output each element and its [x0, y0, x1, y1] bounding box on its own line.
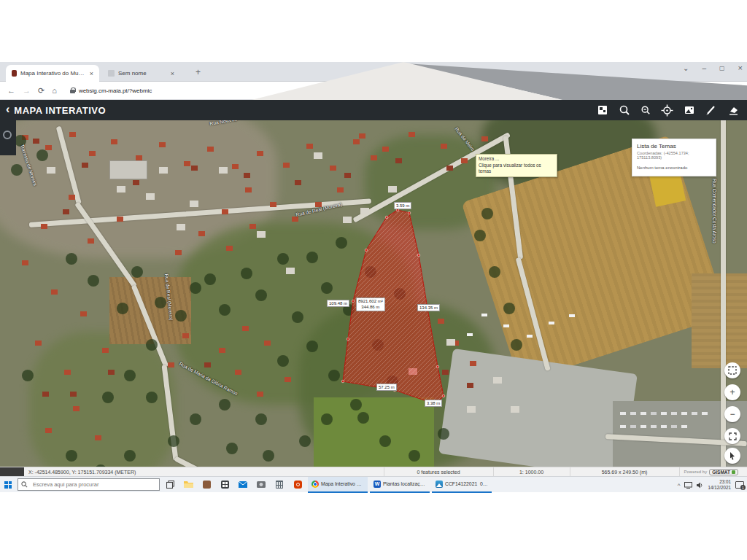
system-tray: ^ 23:01 14/12/2021 1 [678, 477, 744, 493]
tab-close-icon[interactable]: × [90, 70, 93, 77]
minimize-button[interactable]: – [702, 64, 706, 72]
tray-clock[interactable]: 23:01 14/12/2021 [708, 479, 731, 491]
back-chevron-icon[interactable]: ‹ [6, 103, 9, 116]
new-tab-button[interactable]: + [196, 67, 201, 77]
print-image-icon[interactable] [684, 104, 695, 116]
taskbar-task-photo[interactable]: CCF14122021_0000... [432, 477, 492, 493]
fullscreen-button[interactable] [724, 428, 740, 444]
task-label: Mapa Interativo do ... [321, 481, 364, 486]
word-icon: W [374, 481, 381, 488]
store-grid-icon[interactable] [217, 477, 233, 493]
compass-icon [3, 131, 12, 139]
pointer-tool-button[interactable] [724, 448, 740, 464]
zoom-out-tool-icon[interactable] [640, 105, 651, 115]
reload-icon[interactable]: ⟳ [38, 86, 44, 96]
tooltip-title: Moreira ... [479, 156, 554, 163]
home-icon[interactable]: ⌂ [52, 86, 57, 95]
back-icon[interactable]: ← [7, 86, 15, 95]
tab-search-chevron-icon[interactable]: ⌄ [683, 64, 689, 72]
tooltip-hint[interactable]: Clique para visualizar todos os temas [479, 163, 554, 175]
full-extent-button[interactable] [724, 362, 740, 378]
tab-title: Sem nome [118, 70, 147, 77]
map-extent: 565.69 x 249.50 (m) [570, 467, 679, 477]
camera-icon[interactable] [253, 477, 269, 493]
tab-mapa-interativo[interactable]: Mapa Interativo do Município d... × [6, 65, 99, 82]
edge-length-label: 57.25 m [376, 384, 397, 391]
chrome-icon [311, 481, 319, 488]
lock-icon [70, 88, 75, 93]
basemap-icon[interactable] [597, 104, 608, 116]
eraser-icon[interactable] [727, 104, 740, 116]
task-label: Plantas localização ... [383, 481, 426, 486]
mail-icon[interactable] [235, 477, 251, 493]
zoom-in-button[interactable]: + [724, 384, 740, 400]
cursor-coordinates: X: -42514.485900, Y: 175151.709334 (METE… [28, 470, 136, 475]
file-explorer-icon[interactable] [180, 477, 196, 493]
url-text: websig.cm-maia.pt/?webmic [79, 88, 152, 94]
tab-title: Mapa Interativo do Município d... [20, 70, 86, 77]
tab-favicon [12, 70, 17, 77]
themes-panel: Lista de Temas Coordenadas: (-42554.1734… [632, 139, 716, 176]
edge-length-label: 3.59 m [394, 202, 411, 209]
tab-close-icon[interactable]: × [171, 70, 174, 77]
action-center-icon[interactable]: 1 [735, 481, 744, 489]
office-icon[interactable] [290, 477, 306, 493]
powered-by-text: Powered by [684, 470, 708, 474]
taskbar-search[interactable] [18, 478, 160, 491]
map-scale[interactable]: 1: 1000.00 [493, 467, 570, 477]
map-canvas[interactable]: Rua Nova de Travessa de Moreira Rua de R… [0, 120, 747, 467]
themes-panel-title: Lista de Temas [637, 143, 711, 149]
window-controls: ⌄ – ▢ × [683, 63, 743, 72]
measure-pencil-icon[interactable] [705, 104, 717, 116]
area-value: 8921.602 m² [358, 298, 383, 304]
status-bar: X: -42514.485900, Y: 175151.709334 (METE… [0, 467, 747, 476]
volume-icon[interactable] [697, 482, 703, 489]
task-view-button[interactable] [162, 477, 178, 493]
area-perimeter-label: 8921.602 m² 344.86 m [356, 298, 385, 311]
map-tooltip: Moreira ... Clique para visualizar todos… [476, 154, 557, 177]
themes-panel-empty: Nenhum tema encontrado [637, 166, 711, 170]
edge-length-label: 109.48 m [327, 300, 349, 307]
close-window-button[interactable]: × [738, 63, 743, 72]
calculator-icon[interactable] [271, 477, 287, 493]
tab-favicon [108, 70, 115, 77]
forward-icon[interactable]: → [23, 86, 31, 95]
photo-icon [436, 481, 443, 488]
themes-panel-coordinates: Coordenadas: (-42554.1734; 175113.8093) [637, 151, 711, 160]
notification-badge: 1 [740, 485, 746, 490]
app-icon-brown[interactable] [198, 477, 214, 493]
zoom-in-tool-icon[interactable] [619, 104, 630, 116]
powered-by: Powered by GISMAT [679, 467, 743, 477]
task-label: CCF14122021_0000... [445, 481, 488, 486]
compass-widget[interactable] [0, 120, 16, 155]
tray-date: 14/12/2021 [708, 485, 731, 491]
edge-length-label: 134.35 m [417, 304, 440, 311]
search-icon [21, 481, 28, 488]
taskbar-task-chrome[interactable]: Mapa Interativo do ... [308, 477, 368, 493]
locate-crosshair-icon[interactable] [661, 104, 673, 117]
edge-length-label: 3.38 m [425, 400, 442, 407]
taskbar-task-word[interactable]: W Plantas localização ... [370, 477, 430, 493]
app-title: MAPA INTERATIVO [14, 105, 106, 116]
statusbar-corner [0, 467, 24, 477]
zoom-out-button[interactable]: − [724, 406, 740, 422]
features-selected: 0 features selected [384, 467, 493, 477]
screenshot-canvas: Mapa Interativo do Município d... × Sem … [0, 0, 747, 560]
tray-time: 23:01 [708, 479, 731, 485]
perimeter-value: 344.86 m [358, 304, 383, 310]
gismat-brand: GISMAT [712, 470, 730, 475]
tab-sem-nome[interactable]: Sem nome × [102, 65, 190, 82]
app-header: ‹ MAPA INTERATIVO [0, 100, 747, 120]
maximize-button[interactable]: ▢ [719, 65, 725, 71]
tray-chevron-icon[interactable]: ^ [678, 482, 681, 489]
network-icon[interactable] [684, 482, 692, 489]
windows-taskbar: Mapa Interativo do ... W Plantas localiz… [0, 476, 747, 492]
search-input[interactable] [31, 479, 157, 490]
start-button[interactable] [0, 477, 16, 493]
gismat-logo[interactable]: GISMAT [709, 469, 738, 475]
windows-logo-icon [4, 481, 12, 489]
